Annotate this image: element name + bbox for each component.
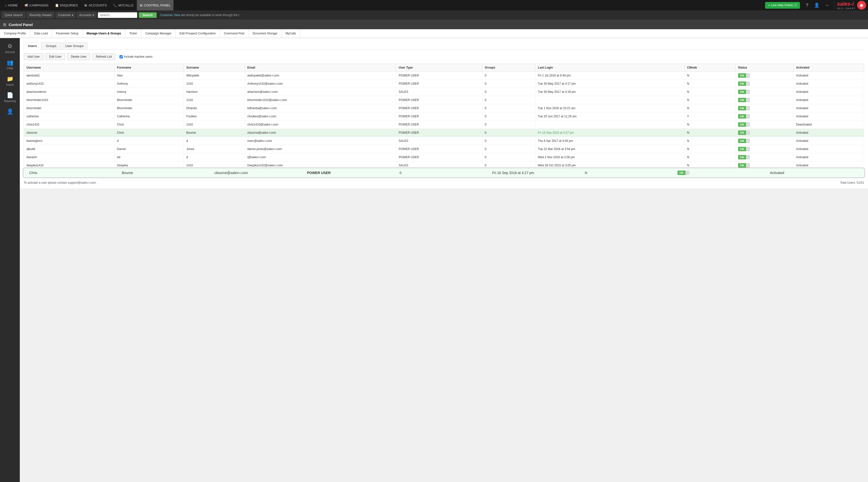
on-toggle[interactable]: ON [738,155,746,159]
on-toggle[interactable]: ON [738,98,746,102]
popup-cmode: N [583,171,675,175]
off-toggle[interactable] [746,114,750,119]
cell-status[interactable]: ON [735,71,794,80]
cell-status[interactable]: ON [735,121,794,129]
search-go-button[interactable]: Search [139,12,157,18]
table-row[interactable]: leamington1 d d marc@sales-i.com SALES 0… [24,137,864,145]
cell-status[interactable]: ON [735,80,794,88]
customer-view-link[interactable]: Customer View [160,13,181,17]
tab-company-profile[interactable]: Company Profile [0,29,30,38]
cell-status[interactable]: ON [735,112,794,121]
help-icon-button[interactable]: ? [802,1,811,10]
off-toggle[interactable] [746,73,750,78]
cell-activated: Activated [794,129,864,137]
off-toggle[interactable] [746,122,750,127]
table-row[interactable]: catherine Catherine Foulkes cfoulkes@sal… [24,112,864,121]
cell-last-login [535,96,684,104]
sub-tab-users[interactable]: Users [24,42,41,50]
table-row[interactable]: cbourne Chris Bourne cbourne@sales-i.com… [24,129,864,137]
recently-viewed-button[interactable]: Recently Viewed [27,12,54,18]
off-toggle[interactable] [746,163,750,168]
tab-document-storage[interactable]: Document Storage [249,29,282,38]
sidebar-item-reporting[interactable]: 📄 Reporting [0,89,20,106]
cell-status[interactable]: ON [735,104,794,112]
on-toggle[interactable]: ON [738,106,746,111]
nav-control-panel[interactable]: ⊞ CONTROL PANEL [137,0,174,10]
delete-user-button[interactable]: Delete User [67,53,90,60]
cell-status[interactable]: ON [735,161,794,168]
table-container[interactable]: Username Forename Surname Email User Typ… [24,64,864,168]
cell-status[interactable]: ON [735,145,794,153]
off-toggle[interactable] [746,147,750,151]
table-row[interactable]: djbuild Darren Jones darren.jones@sales-… [24,145,864,153]
accounts-dropdown[interactable]: Accounts ▾ [77,12,96,18]
table-row[interactable]: bhurminder Bhurminder Dhanda bdhanda@sal… [24,104,864,112]
include-inactive-checkbox[interactable] [120,55,123,58]
on-toggle[interactable]: ON [738,163,746,168]
on-toggle[interactable]: ON [738,114,746,119]
cell-status[interactable]: ON [735,129,794,137]
live-help-button[interactable]: ● Live Help Online ⓘ [765,2,800,9]
on-toggle[interactable]: ON [738,139,746,143]
sidebar-item-general[interactable]: ⚙ General [0,40,20,56]
popup-off-toggle[interactable] [685,171,689,175]
table-row[interactable]: alexbuild1 Alex Witcpalek awitcpalek@sal… [24,71,864,80]
off-toggle[interactable] [746,155,750,159]
tab-ticker[interactable]: Ticker [125,29,141,38]
on-toggle[interactable]: ON [738,122,746,127]
off-toggle[interactable] [746,98,750,102]
table-row[interactable]: aharrisondemo Antony Harrison aharrison@… [24,88,864,96]
edit-user-button[interactable]: Edit User [45,53,65,60]
cell-last-login: Wed 2 Nov 2016 at 2:06 pm [535,153,684,161]
cell-last-login [535,121,684,129]
sub-tab-user-groups[interactable]: User Groups [61,42,88,50]
refresh-list-button[interactable]: Refresh List [92,53,116,60]
on-toggle[interactable]: ON [738,90,746,94]
search-input[interactable] [98,12,137,18]
tab-parameter-setup[interactable]: Parameter Setup [52,29,83,38]
nav-accounts[interactable]: 🏛 ACCOUNTS [81,0,110,10]
popup-on-toggle[interactable]: ON [678,171,686,175]
table-row[interactable]: deepika1410 Deepika 1410 Deepika1410@sal… [24,161,864,168]
nav-mycalls[interactable]: 📞 MYCALLS [110,0,136,10]
off-toggle[interactable] [746,82,750,86]
include-inactive-label[interactable]: Include inactive users [120,55,152,58]
on-toggle[interactable]: ON [738,147,746,151]
user-icon-button[interactable]: 👤 [812,1,821,10]
popup-toggle[interactable]: ON [676,171,768,175]
off-toggle[interactable] [746,139,750,143]
forward-icon-button[interactable]: → [822,1,831,10]
table-row[interactable]: anthony1410 Anthony 1410 Anthony1410@sal… [24,80,864,88]
cell-status[interactable]: ON [735,88,794,96]
off-toggle[interactable] [746,130,750,135]
sidebar-item-import[interactable]: 📁 Import [0,73,20,89]
tab-edit-prospect[interactable]: Edit Prospect Configuration [176,29,220,38]
table-row[interactable]: bhurminder1410 Bhurminder 1410 bhurminde… [24,96,864,104]
tab-campaign-manager[interactable]: Campaign Manager [141,29,176,38]
on-toggle[interactable]: ON [738,82,746,86]
on-toggle[interactable]: ON [738,130,746,135]
cell-cmode: N [684,104,735,112]
sidebar-item-crm[interactable]: 👥 CRM [0,56,20,73]
quick-search-button[interactable]: Quick Search [2,12,25,18]
cell-status[interactable]: ON [735,153,794,161]
cell-status[interactable]: ON [735,137,794,145]
cell-email: Anthony1410@sales-i.com [245,80,396,88]
customer-dropdown[interactable]: Customer ▾ [56,12,75,18]
sub-tab-groups[interactable]: Groups [41,42,61,50]
table-row[interactable]: chris1410 Chris 1410 chris1410@sales-i.c… [24,121,864,129]
add-user-button[interactable]: Add User [24,53,43,60]
nav-campaigns[interactable]: 📢 CAMPAIGNS [21,0,52,10]
nav-enquiries[interactable]: 📋 ENQUIRIES [52,0,81,10]
tab-mycalls[interactable]: MyCalls [282,29,300,38]
cell-status[interactable]: ON [735,96,794,104]
off-toggle[interactable] [746,106,750,111]
tab-command-post[interactable]: Command Post [220,29,249,38]
nav-home[interactable]: ⌂ HOME [2,0,21,10]
table-row[interactable]: iliana54 dd d i@sales-i.com POWER USER 0… [24,153,864,161]
on-toggle[interactable]: ON [738,73,746,78]
sidebar-item-user[interactable]: 👤 [0,106,20,118]
off-toggle[interactable] [746,90,750,94]
tab-manage-users[interactable]: Manage Users & Groups [83,29,125,38]
tab-data-load[interactable]: Data Load [30,29,52,38]
